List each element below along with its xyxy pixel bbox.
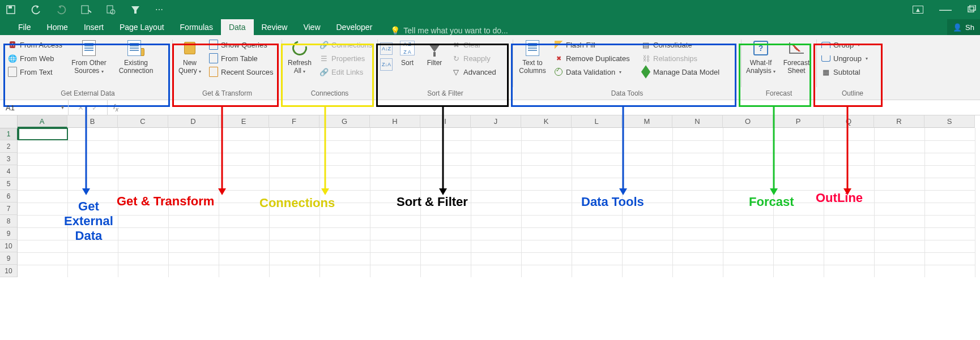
cell[interactable] [18, 153, 68, 166]
cell[interactable] [270, 178, 320, 191]
cell[interactable] [623, 215, 673, 228]
cell[interactable] [774, 178, 824, 191]
cell[interactable] [875, 165, 925, 178]
cell[interactable] [219, 140, 270, 153]
cell[interactable] [623, 128, 673, 141]
from-access-button[interactable]: AFrom Access [6, 38, 65, 51]
cell[interactable] [925, 140, 975, 153]
col-header[interactable]: N [672, 115, 723, 128]
minimize-icon[interactable]: ― [939, 8, 952, 11]
consolidate-button[interactable]: ▤Consolidate [639, 38, 734, 51]
advanced-filter-button[interactable]: ▽Advanced [449, 65, 498, 79]
connections-button[interactable]: 🔗Connections [317, 38, 374, 51]
cell[interactable] [673, 128, 723, 141]
cell[interactable] [471, 190, 522, 203]
remove-duplicates-button[interactable]: Remove Duplicates [552, 51, 637, 65]
from-text-button[interactable]: From Text [6, 65, 65, 79]
col-header[interactable]: B [67, 115, 118, 128]
cell[interactable] [320, 265, 370, 277]
cell[interactable] [169, 165, 219, 178]
cell[interactable] [522, 165, 572, 178]
cell[interactable] [522, 153, 572, 166]
cell[interactable] [875, 190, 925, 203]
col-header[interactable]: I [420, 115, 471, 128]
cell[interactable] [774, 227, 824, 240]
cell[interactable] [370, 153, 421, 166]
row-header[interactable]: 8 [0, 215, 18, 227]
cell[interactable] [471, 203, 522, 216]
cell[interactable] [471, 165, 522, 178]
cell[interactable] [370, 265, 421, 277]
cell[interactable] [925, 165, 975, 178]
cell[interactable] [875, 140, 925, 153]
cell[interactable] [522, 240, 572, 253]
cell[interactable] [925, 215, 975, 228]
sort-button[interactable]: A ZZ A Sort [395, 38, 420, 67]
cell[interactable] [18, 227, 68, 240]
what-if-button[interactable]: ? What-If Analysis ▾ [744, 38, 778, 76]
cell[interactable] [118, 265, 169, 277]
cell[interactable] [18, 140, 68, 153]
cell[interactable] [68, 153, 118, 166]
share-button[interactable]: 👤 Sh [947, 19, 980, 35]
col-header[interactable]: O [723, 115, 773, 128]
cell[interactable] [925, 240, 975, 253]
col-header[interactable]: A [17, 115, 67, 128]
cell[interactable] [370, 240, 421, 253]
cell[interactable] [522, 178, 572, 191]
cell[interactable] [320, 165, 370, 178]
tab-home[interactable]: Home [39, 19, 76, 35]
col-header[interactable]: P [773, 115, 824, 128]
cell[interactable] [522, 227, 572, 240]
cell[interactable] [522, 140, 572, 153]
cell[interactable] [18, 178, 68, 191]
existing-connections-button[interactable]: Existing Connection [113, 38, 159, 75]
cell[interactable] [673, 240, 723, 253]
cell[interactable] [471, 252, 522, 265]
cell[interactable] [18, 190, 68, 203]
cell[interactable] [623, 165, 673, 178]
cell[interactable] [673, 153, 723, 166]
cell[interactable] [270, 215, 320, 228]
cell[interactable] [18, 165, 68, 178]
cell[interactable] [169, 153, 219, 166]
cell[interactable] [219, 252, 270, 265]
cell[interactable] [623, 252, 673, 265]
cell[interactable] [421, 240, 471, 253]
cell[interactable] [723, 265, 774, 277]
cell[interactable] [320, 153, 370, 166]
cell[interactable] [320, 240, 370, 253]
row-header[interactable]: 6 [0, 190, 18, 203]
cell[interactable] [774, 165, 824, 178]
tab-insert[interactable]: Insert [76, 19, 112, 35]
cell[interactable] [925, 178, 975, 191]
from-web-button[interactable]: 🌐From Web [6, 51, 65, 65]
cell[interactable] [169, 227, 219, 240]
col-header[interactable]: D [168, 115, 219, 128]
cell[interactable] [270, 153, 320, 166]
col-header[interactable]: G [319, 115, 370, 128]
col-header[interactable]: C [118, 115, 168, 128]
row-header[interactable]: 5 [0, 178, 18, 190]
cell[interactable] [723, 178, 774, 191]
cell[interactable] [572, 140, 623, 153]
cell[interactable] [723, 252, 774, 265]
cell[interactable] [572, 215, 623, 228]
flash-fill-button[interactable]: Flash Fill [552, 38, 637, 51]
tab-review[interactable]: Review [254, 19, 296, 35]
chevron-down-icon[interactable]: ▼ [60, 105, 65, 110]
cell[interactable] [18, 128, 68, 140]
cell[interactable] [522, 203, 572, 216]
cell[interactable] [522, 252, 572, 265]
forecast-sheet-button[interactable]: Forecast Sheet [780, 38, 813, 75]
cell[interactable] [623, 153, 673, 166]
cell[interactable] [118, 140, 169, 153]
cell[interactable] [774, 240, 824, 253]
cell[interactable] [572, 178, 623, 191]
recent-sources-button[interactable]: Recent Sources [207, 65, 276, 79]
cell[interactable] [320, 178, 370, 191]
name-box[interactable]: A1▼ [0, 100, 69, 115]
cell[interactable] [824, 165, 875, 178]
tab-page-layout[interactable]: Page Layout [112, 19, 172, 35]
cell[interactable] [875, 153, 925, 166]
